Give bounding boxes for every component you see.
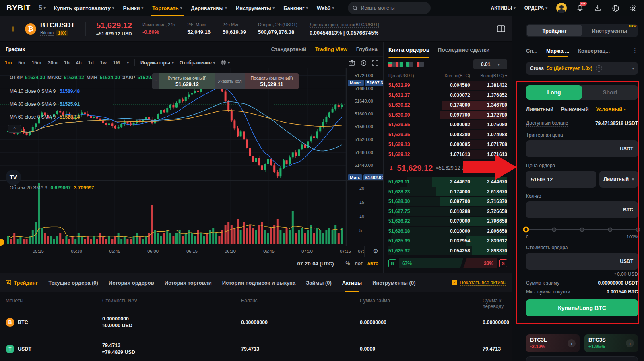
- ask-row[interactable]: 51,629.121.0716131.071613: [388, 150, 507, 160]
- short-toggle[interactable]: Short: [582, 85, 638, 100]
- nav-item-Купить криптовалюту[interactable]: Купить криптовалюту▾: [54, 0, 114, 16]
- scale-option-%[interactable]: %: [346, 260, 350, 266]
- avatar[interactable]: [556, 3, 567, 13]
- bottom-tab-Активы[interactable]: Активы: [342, 273, 362, 292]
- buy-long-button[interactable]: Купить/Long BTC: [526, 299, 638, 316]
- market-menu-icon[interactable]: [6, 26, 14, 32]
- margin-mode-select[interactable]: Cross 5x (Действует 1.0x) ? ▾: [526, 62, 638, 75]
- bid-row[interactable]: 51,626.180.0100002.806658: [388, 226, 507, 236]
- layout-toggle-icon[interactable]: [497, 25, 506, 33]
- trigger-price-input[interactable]: USDT: [526, 140, 638, 157]
- nav-orders[interactable]: ОРДЕРА▾: [524, 5, 547, 11]
- bottom-tab-Займы (0)[interactable]: Займы (0): [306, 273, 332, 292]
- scale-option-лог[interactable]: лог: [355, 260, 363, 266]
- bid-row[interactable]: 51,628.000.0977002.716370: [388, 197, 507, 207]
- bid-row[interactable]: 51,626.920.0700002.796658: [388, 216, 507, 226]
- display-dropdown[interactable]: Отображение▾: [180, 60, 215, 66]
- candlestick-chart[interactable]: [0, 68, 346, 246]
- grouping-select[interactable]: 0.01▾: [473, 59, 507, 69]
- download-icon[interactable]: [593, 4, 602, 12]
- globe-language-icon[interactable]: [611, 4, 620, 12]
- bid-row[interactable]: 51,625.920.0542582.893870: [388, 246, 507, 256]
- slider-stop-0[interactable]: [523, 227, 529, 233]
- timeframe-15m[interactable]: 15m: [32, 60, 41, 66]
- anniversary-icon[interactable]: 5▾: [39, 4, 46, 12]
- slider-stop-50[interactable]: [580, 228, 584, 232]
- chart-view-tab-Trading View[interactable]: Trading View: [315, 46, 347, 52]
- market-tab[interactable]: Сп...: [526, 48, 537, 54]
- nav-assets[interactable]: АКТИВЫ▾: [491, 5, 516, 11]
- bottom-tab-История ордеров[interactable]: История ордеров: [109, 273, 154, 292]
- nav-item-Web3[interactable]: Web3▾: [317, 0, 334, 16]
- bybit-logo[interactable]: BYBIT: [6, 4, 31, 12]
- chart-canvas[interactable]: 51720.0051680.0051640.0051600.0051560.00…: [0, 68, 383, 273]
- tradingview-logo[interactable]: TV: [6, 170, 21, 185]
- nav-item-Торговать[interactable]: Торговать▾: [152, 0, 182, 16]
- long-toggle[interactable]: Long: [526, 85, 582, 100]
- quantity-hint-input[interactable]: Указать кол: [215, 73, 245, 89]
- pane-separator[interactable]: [0, 180, 383, 180]
- orderbook-tab[interactable]: Книга ордеров: [388, 42, 429, 58]
- bottom-tab-История торговли[interactable]: История торговли: [165, 273, 212, 292]
- nav-item-Инструменты[interactable]: Инструменты▾: [236, 0, 275, 16]
- notifications-bell-icon[interactable]: •••: [576, 4, 584, 12]
- chart-view-tab-Глубина[interactable]: Глубина: [356, 46, 378, 52]
- market-tab[interactable]: Конвертац...: [578, 48, 610, 54]
- slider-stop-100[interactable]: [636, 228, 640, 232]
- quantity-slider[interactable]: [526, 226, 638, 233]
- ob-view-bids-icon[interactable]: [406, 62, 413, 67]
- timeframe-more-icon[interactable]: ▾: [127, 61, 129, 65]
- target-icon[interactable]: [361, 60, 367, 66]
- ask-row[interactable]: 51,629.350.0032801.074988: [388, 130, 507, 140]
- timeframe-4h[interactable]: 4h: [76, 60, 82, 66]
- bid-row[interactable]: 51,627.750.0102882.726658: [388, 207, 507, 217]
- slider-stop-75[interactable]: [608, 228, 612, 232]
- help-icon[interactable]: ?: [596, 65, 602, 72]
- nav-item-Банкинг[interactable]: Банкинг▾: [283, 0, 308, 16]
- ask-row[interactable]: 51,629.130.0000951.071708: [388, 139, 507, 150]
- bid-row[interactable]: 51,629.112.4446702.444670: [388, 177, 507, 187]
- ob-view-both-icon[interactable]: [388, 62, 392, 67]
- kebab-menu-icon[interactable]: ⋮: [632, 47, 638, 54]
- ask-row[interactable]: 51,631.990.0045801.381432: [388, 80, 507, 90]
- search-input[interactable]: Искать монеты: [348, 2, 431, 14]
- bottom-tab-Трейдинг[interactable]: Трейдинг: [6, 273, 38, 292]
- panel-tab-Трейдинг[interactable]: Трейдинг: [527, 25, 582, 36]
- timeframe-1M[interactable]: 1M: [113, 60, 120, 66]
- nav-item-Деривативы[interactable]: Деривативы▾: [191, 0, 227, 16]
- nav-item-Рынки[interactable]: Рынки▾: [123, 0, 143, 16]
- price-type-select[interactable]: Лимитный▾: [599, 171, 638, 188]
- buy-market-button[interactable]: Купить (рыночный)51,629.12: [159, 73, 215, 89]
- ask-row[interactable]: 51,631.370.0300721.376852: [388, 90, 507, 101]
- orderbook-tab[interactable]: Последние сделки: [438, 42, 489, 58]
- slider-stop-25[interactable]: [552, 228, 556, 232]
- ask-row[interactable]: 51,630.820.1740001.346780: [388, 100, 507, 110]
- bid-row[interactable]: 51,628.230.1740002.618670: [388, 187, 507, 197]
- timeframe-1d[interactable]: 1d: [88, 60, 94, 66]
- order-price-input[interactable]: 51603.12: [526, 171, 596, 188]
- candle-style-dropdown[interactable]: ▾: [221, 60, 230, 66]
- token-card-BTC3S[interactable]: BTC3S+1.95%›: [584, 334, 638, 352]
- timeframe-1h[interactable]: 1h: [64, 60, 70, 66]
- token-card-BTC3L[interactable]: BTC3L-2.12%›: [526, 334, 580, 352]
- sell-market-button[interactable]: Продать (рыночный)51,629.11: [245, 73, 299, 89]
- bid-row[interactable]: 51,625.990.0329542.839612: [388, 236, 507, 246]
- mid-price-row[interactable]: ↓ 51,629.12 ≈51,629.12 USD: [388, 159, 507, 177]
- order-cost-input[interactable]: USDT: [526, 253, 638, 270]
- ob-view-columns-icon[interactable]: [396, 62, 403, 67]
- bottom-tab-История подписок и выкупа[interactable]: История подписок и выкупа: [222, 273, 295, 292]
- order-type-Рыночный[interactable]: Рыночный: [561, 106, 589, 112]
- timeframe-1w[interactable]: 1w: [100, 60, 107, 66]
- show-all-assets-checkbox[interactable]: ✓Показать все активы: [452, 280, 506, 286]
- chart-view-tab-Стандартный[interactable]: Стандартный: [271, 46, 306, 52]
- drag-handle[interactable]: ⠿: [152, 73, 159, 89]
- timeframe-30m[interactable]: 30m: [48, 60, 58, 66]
- pair-info[interactable]: ₿ BTC/USDT Bitcoin 10X: [25, 22, 75, 36]
- ob-view-asks-icon[interactable]: [417, 62, 424, 67]
- bottom-tab-Текущие ордера (0)[interactable]: Текущие ордера (0): [48, 273, 98, 292]
- order-type-Лимитный[interactable]: Лимитный: [526, 106, 553, 112]
- quantity-input[interactable]: BTC: [526, 201, 638, 218]
- price-axis[interactable]: 51720.0051680.0051640.0051600.0051560.00…: [346, 68, 384, 246]
- fullscreen-icon[interactable]: [372, 60, 378, 66]
- time-axis[interactable]: ⚙ 05:1505:3005:4506:0006:1506:3006:4507:…: [0, 246, 383, 257]
